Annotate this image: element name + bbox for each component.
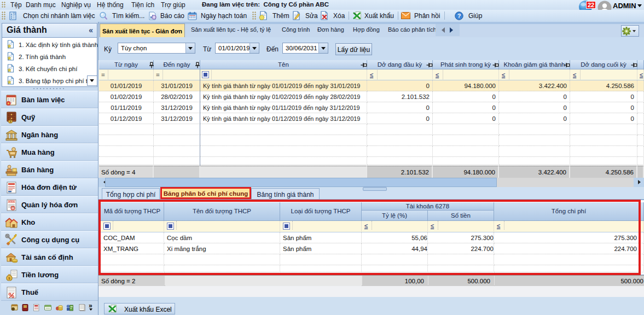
svg-text:?: ?	[457, 13, 461, 19]
svg-text:HÓA ĐƠN: HÓA ĐƠN	[7, 200, 16, 203]
svg-text:$: $	[9, 120, 11, 123]
